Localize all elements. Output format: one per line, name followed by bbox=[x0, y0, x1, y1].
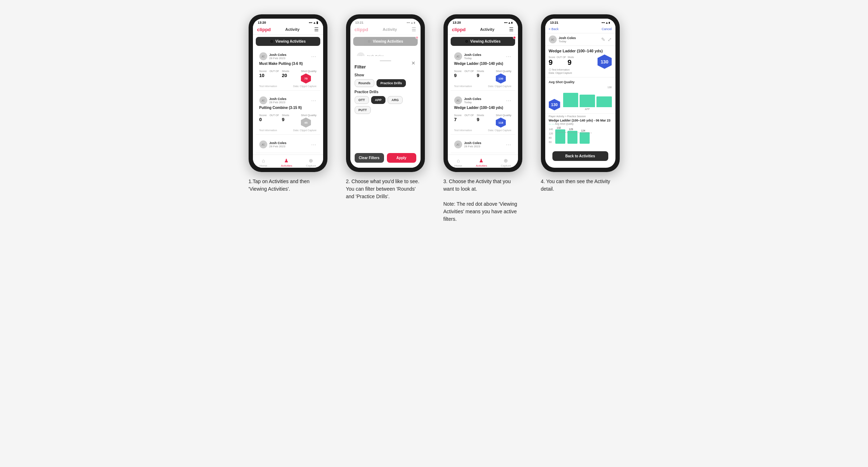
avg-label-4: — — Avg Shot Quality bbox=[549, 123, 612, 125]
clear-filters-btn[interactable]: Clear Filters bbox=[355, 153, 384, 163]
home-label-1: Home bbox=[260, 164, 267, 167]
nav-home-3[interactable]: ⌂ Home bbox=[455, 158, 462, 167]
back-activities-btn-4[interactable]: Back to Activities bbox=[552, 151, 608, 161]
time-1: 13:20 bbox=[258, 21, 266, 24]
score-val-1-1: 10 bbox=[259, 73, 267, 78]
drill-name-3-1: Wedge Ladder (100–140 yds) bbox=[454, 62, 512, 66]
detail-drill-title-4: Wedge Ladder (100–140 yds) bbox=[549, 49, 612, 53]
menu-icon-1[interactable]: ☰ bbox=[314, 27, 319, 32]
detail-shots-4: 9 bbox=[567, 58, 571, 66]
svg-text:132: 132 bbox=[557, 127, 561, 129]
time-3: 13:20 bbox=[453, 21, 461, 24]
nav-bar-2: clippd Activity ☰ bbox=[350, 25, 421, 35]
user-name-3-2: Josh Coles bbox=[464, 97, 481, 101]
svg-text:140: 140 bbox=[549, 128, 553, 130]
info-left-1-1: Test Information bbox=[259, 85, 277, 87]
phone-inner-2: 13:21 ▪▪▪ ⟁ ▮ clippd Activity ☰ ⚙ Viewin… bbox=[350, 19, 421, 168]
capture-icon-3: ⊕ bbox=[504, 158, 508, 163]
nav-capture-3[interactable]: ⊕ Capture bbox=[501, 158, 511, 167]
filter-rounds-btn[interactable]: Rounds bbox=[355, 79, 375, 87]
nav-activities-1[interactable]: ♟ Activities bbox=[281, 158, 292, 167]
capture-label-1: Capture bbox=[306, 164, 316, 167]
drill-name-1-1: Must Make Putting (3-6 ft) bbox=[259, 62, 317, 66]
avg-quality-title-4: Avg Shot Quality bbox=[549, 80, 612, 84]
filter-handle bbox=[380, 60, 391, 61]
info-left-1-2: Test Information bbox=[259, 129, 277, 132]
outof-1-2: OUT OF bbox=[269, 114, 279, 116]
activities-label-1: Activities bbox=[281, 164, 292, 167]
logo-1: clippd bbox=[257, 27, 271, 32]
outof-3-1: OUT OF bbox=[464, 70, 474, 72]
cancel-btn-4[interactable]: Cancel bbox=[601, 27, 612, 31]
battery-icon: ▮ bbox=[316, 21, 318, 24]
user-date-3-1: Today bbox=[464, 57, 481, 60]
test-info-4: ⓘ Test Information bbox=[549, 68, 574, 72]
drill-name-1-2: Putting Combine (3-15 ft) bbox=[259, 106, 317, 110]
activity-card-1-2[interactable]: JC Josh Coles 28 Feb 2023 ··· Putting Co… bbox=[256, 94, 320, 135]
svg-text:80: 80 bbox=[549, 137, 552, 139]
filter-close-icon[interactable]: ✕ bbox=[411, 60, 416, 66]
quality-label-1-2: Shot Quality bbox=[301, 114, 317, 117]
viewing-bar-3[interactable]: ⚙ Viewing Activities bbox=[451, 37, 515, 46]
activity-card-3-2[interactable]: JC Josh Coles Today ··· Wedge Ladder (10… bbox=[451, 94, 515, 135]
bottom-nav-1: ⌂ Home ♟ Activities ⊕ Capture bbox=[253, 154, 323, 168]
svg-rect-6 bbox=[580, 132, 590, 144]
activity-card-1-1[interactable]: JC Josh Coles 28 Feb 2023 ··· Must Make … bbox=[256, 49, 320, 91]
home-icon-3: ⌂ bbox=[457, 158, 460, 163]
more-dots-1-2[interactable]: ··· bbox=[311, 97, 317, 103]
edit-icon-4[interactable]: ✎ bbox=[601, 37, 605, 42]
logo-3: clippd bbox=[452, 27, 466, 32]
detail-score-section-4: Wedge Ladder (100–140 yds) Score 9 OUT O… bbox=[545, 46, 615, 77]
phone-inner-3: 13:20 ▪▪▪ ⟁ ▮ clippd Activity ☰ ⚙ Viewin… bbox=[448, 19, 518, 168]
bar-1 bbox=[563, 93, 579, 107]
bottom-nav-3: ⌂ Home ♟ Activities ⊕ Capture bbox=[448, 154, 518, 168]
score-label-3-1: Score bbox=[454, 70, 462, 73]
viewing-bar-1[interactable]: ⚙ Viewing Activities bbox=[256, 37, 320, 46]
filter-actions: Clear Filters Apply bbox=[355, 153, 416, 163]
more-dots-3-2[interactable]: ··· bbox=[506, 97, 512, 103]
user-info-1-1: JC Josh Coles 28 Feb 2023 bbox=[259, 52, 287, 60]
more-dots-3-1[interactable]: ··· bbox=[506, 53, 512, 59]
detail-user-row-4: JC Josh Coles Today ✎ ⤢ bbox=[545, 33, 615, 46]
nav-home-1[interactable]: ⌂ Home bbox=[260, 158, 267, 167]
activity-card-1-3: JC Josh Coles 28 Feb 2023 ··· bbox=[256, 138, 320, 153]
session-info-4: Player Activity > Practice Session Wedge… bbox=[545, 114, 615, 127]
back-btn-4[interactable]: < Back bbox=[549, 27, 559, 31]
user-name-3-3: Josh Coles bbox=[464, 141, 481, 145]
filter-app-btn[interactable]: APP bbox=[371, 96, 386, 104]
viewing-bar-2: ⚙ Viewing Activities bbox=[353, 37, 418, 46]
show-options: Rounds Practice Drills bbox=[355, 79, 416, 87]
drill-options: OTT APP ARG PUTT bbox=[355, 96, 416, 114]
more-dots-1-3[interactable]: ··· bbox=[311, 142, 317, 147]
filter-arg-btn[interactable]: ARG bbox=[388, 96, 403, 104]
more-dots-1-1[interactable]: ··· bbox=[311, 53, 317, 59]
nav-activities-3[interactable]: ♟ Activities bbox=[476, 158, 487, 167]
filter-practice-btn[interactable]: Practice Drills bbox=[377, 79, 406, 87]
outof-3-2: OUT OF bbox=[464, 114, 474, 116]
user-name-1-2: Josh Coles bbox=[269, 97, 287, 101]
nav-capture-1[interactable]: ⊕ Capture bbox=[306, 158, 316, 167]
filter-ott-btn[interactable]: OTT bbox=[355, 96, 369, 104]
home-label-3: Home bbox=[455, 164, 462, 167]
activity-card-3-3: JC Josh Coles 28 Feb 2023 ··· bbox=[451, 138, 515, 153]
avatar-1-2: JC bbox=[259, 96, 267, 104]
apply-filter-btn[interactable]: Apply bbox=[387, 153, 416, 163]
quality-label-3-1: Shot Quality bbox=[496, 70, 512, 73]
filter-putt-btn[interactable]: PUTT bbox=[355, 106, 371, 114]
info-left-3-2: Test Information bbox=[454, 129, 472, 132]
shots-label-3-1: Shots bbox=[477, 70, 484, 73]
nav-title-2: Activity bbox=[383, 27, 397, 32]
expand-icon-4[interactable]: ⤢ bbox=[608, 37, 612, 42]
chart-hex-4: 130 bbox=[549, 99, 560, 110]
menu-icon-3[interactable]: ☰ bbox=[509, 27, 514, 32]
filter-modal: ✕ Filter Show Rounds Practice Drills Pra… bbox=[350, 56, 421, 168]
more-dots-3-3[interactable]: ··· bbox=[506, 142, 512, 147]
user-name-1-3: Josh Coles bbox=[269, 141, 287, 145]
viewing-bar-text-1: Viewing Activities bbox=[275, 39, 306, 43]
bar-3 bbox=[596, 96, 612, 107]
nav-bar-3: clippd Activity ☰ bbox=[448, 25, 518, 35]
avatar-3-1: JC bbox=[454, 52, 462, 60]
back-activities-section-4: Back to Activities bbox=[545, 150, 615, 165]
phone-col-2: 13:21 ▪▪▪ ⟁ ▮ clippd Activity ☰ ⚙ Viewin… bbox=[342, 14, 428, 200]
activity-card-3-1[interactable]: JC Josh Coles Today ··· Wedge Ladder (10… bbox=[451, 49, 515, 91]
